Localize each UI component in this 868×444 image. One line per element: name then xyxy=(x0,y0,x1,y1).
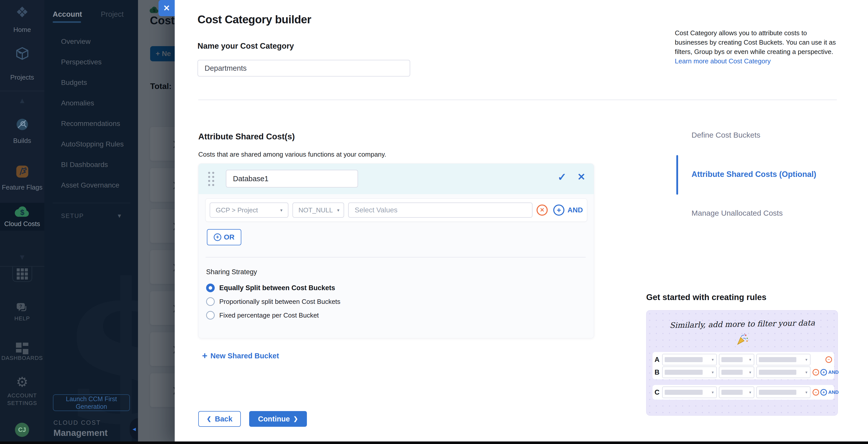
info-panel: Cost Category allows you to attribute co… xyxy=(675,28,841,66)
scroll-up-icon[interactable]: ▲ xyxy=(0,96,44,105)
sidebar-setup-label[interactable]: SETUP xyxy=(61,212,84,219)
rail-item-builds[interactable]: Builds xyxy=(0,137,44,145)
sidebar-item-anomalies[interactable]: Anomalies xyxy=(61,99,94,107)
add-or-condition-button[interactable]: + OR xyxy=(207,229,241,245)
account-settings-label-2[interactable]: SETTINGS xyxy=(0,400,44,407)
dashboards-icon[interactable] xyxy=(0,343,44,354)
sharing-strategy-label: Sharing Strategy xyxy=(206,268,257,276)
delete-bucket-button[interactable]: ✕ xyxy=(577,171,585,182)
cloud-costs-icon[interactable]: $ xyxy=(14,205,30,218)
radio-option-equally-split[interactable]: Equally Split between Cost Buckets xyxy=(206,283,335,293)
shared-costs-description: Costs that are shared among various func… xyxy=(198,151,386,158)
grid-icon xyxy=(17,268,28,279)
radio-icon xyxy=(206,311,215,320)
circle-minus-icon: − xyxy=(812,369,819,376)
circle-minus-icon: − xyxy=(812,389,819,395)
values-input[interactable]: Select Values xyxy=(348,203,533,218)
field-select[interactable]: GCP > Project ▼ xyxy=(210,203,288,218)
svg-text:?: ? xyxy=(20,304,22,309)
circle-plus-icon: + xyxy=(820,389,827,395)
cost-category-builder-drawer: ✕ Cost Category builder Name your Cost C… xyxy=(175,0,868,444)
tab-project[interactable]: Project xyxy=(101,10,124,19)
x-icon: ✕ xyxy=(577,172,585,182)
rail-divider xyxy=(0,91,44,91)
sidebar-item-budgets[interactable]: Budgets xyxy=(61,79,87,87)
drawer-title: Cost Category builder xyxy=(197,13,311,26)
rail-bottom-group xyxy=(0,231,44,444)
builds-icon[interactable] xyxy=(16,118,29,131)
and-label[interactable]: AND xyxy=(567,206,583,214)
tab-account-underline xyxy=(53,21,81,23)
caret-down-icon: ▼ xyxy=(280,208,283,212)
circle-plus-icon: + xyxy=(557,206,561,214)
add-and-condition-button[interactable]: + xyxy=(553,205,564,216)
gear-icon[interactable]: ⚙ xyxy=(0,374,44,390)
sidebar-item-recommendations[interactable]: Recommendations xyxy=(61,120,120,128)
launch-ccm-first-gen-button[interactable]: Launch CCM First Generation xyxy=(53,394,130,411)
home-icon[interactable]: ❖ xyxy=(0,4,44,21)
illustration-rule-group: A ▼ ▼ ▼ − B ▼ ▼ ▼ − + AND xyxy=(653,352,834,379)
card-divider xyxy=(206,257,586,258)
chevron-down-icon[interactable]: ▾ xyxy=(118,212,121,220)
sidebar-item-overview[interactable]: Overview xyxy=(61,37,91,46)
remove-condition-button[interactable]: ✕ xyxy=(536,205,548,216)
modal-overlay[interactable] xyxy=(138,0,175,444)
close-button[interactable]: ✕ xyxy=(158,0,175,16)
account-settings-label-1[interactable]: ACCOUNT xyxy=(0,392,44,399)
radio-option-fixed-percentage[interactable]: Fixed percentage per Cost Bucket xyxy=(206,310,319,320)
radio-option-proportional-split[interactable]: Proportionally split between Cost Bucket… xyxy=(206,297,340,307)
learn-more-link[interactable]: Learn more about Cost Category xyxy=(675,57,771,65)
chevron-left-icon: ❮ xyxy=(207,416,211,422)
background-page: $ Cost + Ne Total: ❯ ❯ ❯ ❯ ❯ ❯ ❯ xyxy=(138,0,175,444)
module-rail: ❖ Home Projects ▲ Builds Feature Flags $… xyxy=(0,0,44,444)
step-attribute-shared-costs[interactable]: Attribute Shared Costs (Optional) xyxy=(691,170,816,179)
avatar[interactable]: CJ xyxy=(15,423,29,437)
operator-select[interactable]: NOT_NULL ▼ xyxy=(292,203,344,218)
close-icon: ✕ xyxy=(163,3,170,13)
drag-handle[interactable] xyxy=(208,172,214,186)
back-button[interactable]: ❮ Back xyxy=(198,411,241,427)
step-manage-unallocated-costs[interactable]: Manage Unallocated Costs xyxy=(691,209,783,217)
rail-item-projects[interactable]: Projects xyxy=(0,73,44,81)
rail-item-feature-flags[interactable]: Feature Flags xyxy=(0,183,44,191)
sidebar-item-perspectives[interactable]: Perspectives xyxy=(61,58,101,66)
feature-flags-icon[interactable] xyxy=(16,165,29,178)
illustration-row-c: C ▼ ▼ ▼ − + AND xyxy=(653,387,834,398)
help-panel-heading: Get started with creating rules xyxy=(646,292,767,302)
rail-item-home[interactable]: Home xyxy=(0,26,44,34)
illustration-rule-group-2: C ▼ ▼ ▼ − + AND xyxy=(653,385,834,399)
new-shared-bucket-link[interactable]: + New Shared Bucket xyxy=(202,351,279,360)
tab-account[interactable]: Account xyxy=(53,10,82,19)
bucket-name-input[interactable]: Database1 xyxy=(226,170,358,187)
rail-item-help[interactable]: HELP xyxy=(0,315,44,322)
circle-minus-icon: − xyxy=(826,356,832,363)
projects-icon[interactable] xyxy=(15,46,30,61)
module-picker-button[interactable] xyxy=(12,267,32,282)
radio-selected-icon xyxy=(206,284,215,292)
step-define-cost-buckets[interactable]: Define Cost Buckets xyxy=(691,131,761,139)
module-eyebrow: CLOUD COST xyxy=(54,419,101,426)
confirm-bucket-button[interactable]: ✓ xyxy=(558,171,566,183)
continue-button[interactable]: Continue ❯ xyxy=(249,411,307,427)
rail-item-cloud-costs[interactable]: Cloud Costs xyxy=(0,220,44,228)
radio-label: Proportionally split between Cost Bucket… xyxy=(219,298,340,306)
rule-condition-row: GCP > Project ▼ NOT_NULL ▼ Select Values… xyxy=(205,199,587,222)
field-select-value: GCP > Project xyxy=(216,206,258,214)
party-popper-icon xyxy=(736,333,749,346)
cost-category-name-input[interactable]: Departments xyxy=(197,60,410,77)
help-icon[interactable]: ? xyxy=(16,302,29,314)
module-title: Management xyxy=(54,428,107,438)
sidebar-item-asset-governance[interactable]: Asset Governance xyxy=(61,181,119,189)
sidebar-item-bi-dashboards[interactable]: BI Dashboards xyxy=(61,161,108,169)
row-label: A xyxy=(655,356,662,364)
ccm-sidebar: $ Account Project Overview Perspectives … xyxy=(44,0,138,444)
dollar-watermark: $ xyxy=(60,241,138,444)
operator-select-value: NOT_NULL xyxy=(299,206,333,214)
circle-plus-icon: + xyxy=(820,369,827,376)
continue-label: Continue xyxy=(258,415,290,423)
name-section-label: Name your Cost Category xyxy=(197,41,294,51)
sidebar-item-autostopping-rules[interactable]: AutoStopping Rules xyxy=(61,140,124,148)
section-divider xyxy=(198,99,837,100)
rail-item-dashboards[interactable]: DASHBOARDS xyxy=(0,355,44,361)
scroll-down-icon[interactable]: ▼ xyxy=(0,253,44,262)
